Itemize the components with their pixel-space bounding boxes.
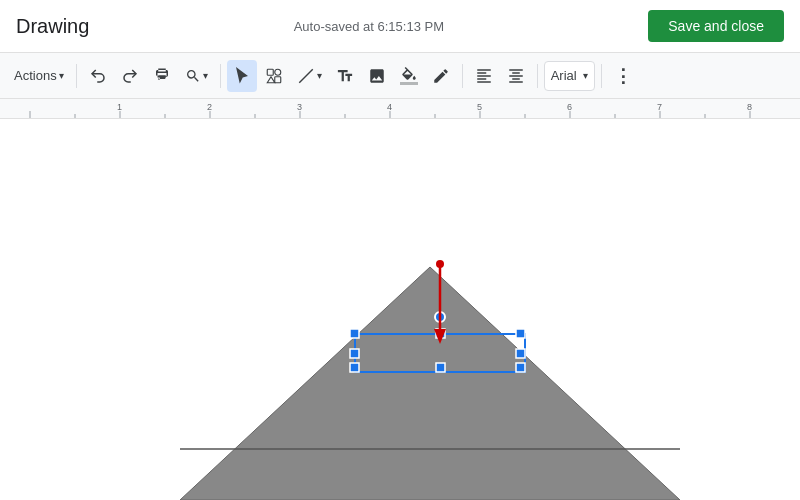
image-tool-button[interactable] xyxy=(362,60,392,92)
svg-rect-40 xyxy=(516,363,525,372)
toolbar-separator-4 xyxy=(537,64,538,88)
svg-rect-36 xyxy=(350,349,359,358)
actions-menu-button[interactable]: Actions ▾ xyxy=(8,60,70,92)
app-header: Drawing Auto-saved at 6:15:13 PM Save an… xyxy=(0,0,800,53)
undo-icon xyxy=(89,67,107,85)
svg-text:5: 5 xyxy=(477,102,482,112)
font-chevron-icon: ▾ xyxy=(583,70,588,81)
shapes-icon xyxy=(265,67,283,85)
actions-chevron-icon: ▾ xyxy=(59,70,64,81)
svg-text:6: 6 xyxy=(567,102,572,112)
save-close-button[interactable]: Save and close xyxy=(648,10,784,42)
align-left-button[interactable] xyxy=(469,60,499,92)
actions-label: Actions xyxy=(14,68,57,83)
svg-rect-38 xyxy=(350,363,359,372)
svg-rect-33 xyxy=(350,329,359,338)
shapes-button[interactable] xyxy=(259,60,289,92)
zoom-icon xyxy=(185,68,201,84)
format-paint-button[interactable] xyxy=(147,60,177,92)
line-tool-button[interactable]: ▾ xyxy=(291,60,328,92)
svg-text:8: 8 xyxy=(747,102,752,112)
svg-text:3: 3 xyxy=(297,102,302,112)
svg-rect-35 xyxy=(516,329,525,338)
svg-rect-39 xyxy=(436,363,445,372)
undo-button[interactable] xyxy=(83,60,113,92)
svg-rect-37 xyxy=(516,349,525,358)
svg-text:4: 4 xyxy=(387,102,392,112)
svg-line-3 xyxy=(299,69,313,83)
toolbar-separator-3 xyxy=(462,64,463,88)
drawing-svg xyxy=(0,119,800,500)
drawing-toolbar: Actions ▾ ▾ ▾ xyxy=(0,53,800,99)
svg-rect-2 xyxy=(274,76,280,82)
svg-text:2: 2 xyxy=(207,102,212,112)
autosave-status: Auto-saved at 6:15:13 PM xyxy=(294,19,444,34)
format-paint-icon xyxy=(153,67,171,85)
fill-color-button[interactable] xyxy=(394,60,424,92)
select-cursor-icon xyxy=(233,67,251,85)
pen-icon xyxy=(432,67,450,85)
font-selector[interactable]: Arial ▾ xyxy=(544,61,595,91)
image-icon xyxy=(368,67,386,85)
toolbar-separator-5 xyxy=(601,64,602,88)
redo-button[interactable] xyxy=(115,60,145,92)
line-chevron-icon: ▾ xyxy=(317,70,322,81)
redo-icon xyxy=(121,67,139,85)
font-name: Arial xyxy=(551,68,577,83)
drawing-canvas-area[interactable] xyxy=(0,119,800,500)
align-left-icon xyxy=(475,67,493,85)
app-title: Drawing xyxy=(16,15,89,38)
align-center-icon xyxy=(507,67,525,85)
svg-text:1: 1 xyxy=(117,102,122,112)
text-tool-button[interactable] xyxy=(330,60,360,92)
svg-text:7: 7 xyxy=(657,102,662,112)
fill-color-icon xyxy=(400,67,418,85)
toolbar-separator-1 xyxy=(76,64,77,88)
more-options-button[interactable]: ⋮ xyxy=(608,60,639,92)
line-icon xyxy=(297,67,315,85)
more-options-icon: ⋮ xyxy=(614,65,633,87)
svg-rect-0 xyxy=(267,69,273,75)
zoom-chevron-icon: ▾ xyxy=(203,70,208,81)
toolbar-separator-2 xyxy=(220,64,221,88)
pen-tool-button[interactable] xyxy=(426,60,456,92)
svg-point-1 xyxy=(274,69,280,75)
svg-point-45 xyxy=(436,260,444,268)
text-icon xyxy=(336,67,354,85)
zoom-button[interactable]: ▾ xyxy=(179,60,214,92)
ruler: 1 2 3 4 5 6 7 8 xyxy=(0,99,800,119)
select-tool-button[interactable] xyxy=(227,60,257,92)
align-center-button[interactable] xyxy=(501,60,531,92)
